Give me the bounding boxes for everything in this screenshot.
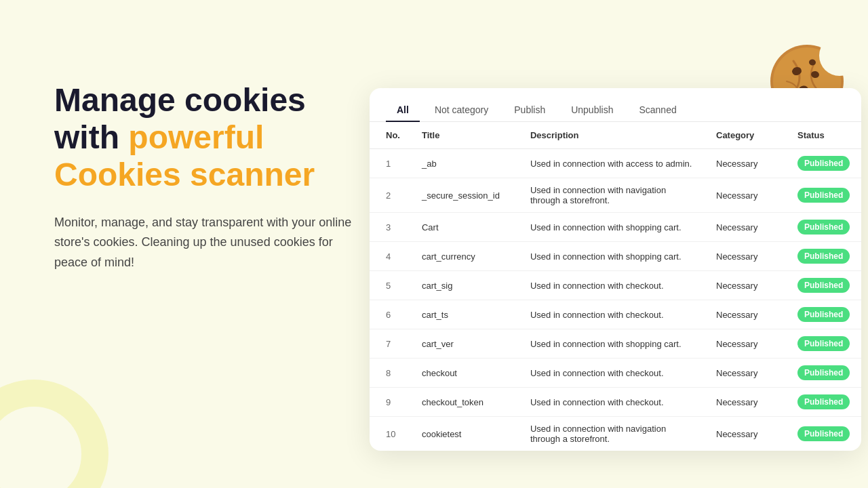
status-badge: Published: [797, 249, 850, 264]
cell-description: Used in connection with checkout.: [519, 271, 705, 300]
left-panel: Manage cookies with powerful Cookies sca…: [54, 81, 366, 273]
cell-status: Published: [787, 149, 861, 178]
cell-status: Published: [787, 242, 861, 271]
col-header-description: Description: [519, 122, 705, 149]
cell-category: Necessary: [705, 329, 787, 359]
cell-title: checkout: [411, 359, 519, 388]
cookies-table: No. Title Description Category Status 1 …: [370, 122, 861, 451]
table-row: 6 cart_ts Used in connection with checko…: [370, 300, 861, 329]
cell-category: Necessary: [705, 242, 787, 271]
cell-no: 10: [370, 417, 411, 451]
cell-category: Necessary: [705, 271, 787, 300]
cell-no: 9: [370, 388, 411, 417]
cell-description: Used in connection with checkout.: [519, 300, 705, 329]
cell-category: Necessary: [705, 300, 787, 329]
cell-category: Necessary: [705, 417, 787, 451]
cell-title: cart_sig: [411, 271, 519, 300]
tab-not-category[interactable]: Not category: [424, 99, 499, 122]
cell-title: cart_ver: [411, 329, 519, 359]
cell-no: 5: [370, 271, 411, 300]
cell-status: Published: [787, 388, 861, 417]
cell-title: cart_currency: [411, 242, 519, 271]
table-panel: All Not category Publish Unpublish Scann…: [370, 88, 861, 451]
cell-status: Published: [787, 213, 861, 242]
headline-highlight: powerful: [128, 119, 264, 155]
headline-line1: Manage cookies: [54, 82, 306, 118]
cell-no: 1: [370, 149, 411, 178]
cell-title: cookietest: [411, 417, 519, 451]
cell-no: 8: [370, 359, 411, 388]
table-row: 4 cart_currency Used in connection with …: [370, 242, 861, 271]
cell-status: Published: [787, 271, 861, 300]
table-row: 5 cart_sig Used in connection with check…: [370, 271, 861, 300]
cell-status: Published: [787, 329, 861, 359]
subtext: Monitor, manage, and stay transparent wi…: [54, 213, 366, 273]
cell-no: 6: [370, 300, 411, 329]
col-header-category: Category: [705, 122, 787, 149]
cell-status: Published: [787, 359, 861, 388]
cell-title: checkout_token: [411, 388, 519, 417]
cell-description: Used in connection with checkout.: [519, 388, 705, 417]
col-header-title: Title: [411, 122, 519, 149]
tab-unpublish[interactable]: Unpublish: [560, 99, 624, 122]
status-badge: Published: [797, 336, 850, 351]
cell-description: Used in connection with navigation throu…: [519, 417, 705, 451]
cell-description: Used in connection with access to admin.: [519, 149, 705, 178]
cell-no: 2: [370, 178, 411, 213]
cell-status: Published: [787, 417, 861, 451]
table-row: 3 Cart Used in connection with shopping …: [370, 213, 861, 242]
status-badge: Published: [797, 394, 850, 409]
main-headline: Manage cookies with powerful Cookies sca…: [54, 81, 366, 194]
table-row: 7 cart_ver Used in connection with shopp…: [370, 329, 861, 359]
tab-publish[interactable]: Publish: [503, 99, 556, 122]
cell-no: 3: [370, 213, 411, 242]
table-header-row: No. Title Description Category Status: [370, 122, 861, 149]
cell-category: Necessary: [705, 149, 787, 178]
cell-title: _ab: [411, 149, 519, 178]
cell-status: Published: [787, 300, 861, 329]
col-header-no: No.: [370, 122, 411, 149]
status-badge: Published: [797, 156, 850, 171]
status-badge: Published: [797, 220, 850, 235]
table-row: 9 checkout_token Used in connection with…: [370, 388, 861, 417]
cell-category: Necessary: [705, 178, 787, 213]
tab-scanned[interactable]: Scanned: [628, 99, 687, 122]
status-badge: Published: [797, 188, 850, 203]
table-row: 8 checkout Used in connection with check…: [370, 359, 861, 388]
cell-title: Cart: [411, 213, 519, 242]
headline-line3: Cookies scanner: [54, 157, 315, 192]
cell-no: 4: [370, 242, 411, 271]
table-row: 2 _secure_session_id Used in connection …: [370, 178, 861, 213]
cell-description: Used in connection with shopping cart.: [519, 329, 705, 359]
col-header-status: Status: [787, 122, 861, 149]
cell-description: Used in connection with checkout.: [519, 359, 705, 388]
status-badge: Published: [797, 278, 850, 293]
cell-description: Used in connection with shopping cart.: [519, 213, 705, 242]
decorative-arc: [0, 380, 108, 488]
status-badge: Published: [797, 426, 850, 441]
tab-all[interactable]: All: [386, 99, 420, 122]
cell-status: Published: [787, 178, 861, 213]
cell-description: Used in connection with shopping cart.: [519, 242, 705, 271]
cell-description: Used in connection with navigation throu…: [519, 178, 705, 213]
cell-title: _secure_session_id: [411, 178, 519, 213]
cell-no: 7: [370, 329, 411, 359]
status-badge: Published: [797, 365, 850, 380]
headline-part2: with: [54, 119, 128, 155]
status-badge: Published: [797, 307, 850, 322]
cell-category: Necessary: [705, 388, 787, 417]
cell-title: cart_ts: [411, 300, 519, 329]
table-row: 1 _ab Used in connection with access to …: [370, 149, 861, 178]
tab-bar: All Not category Publish Unpublish Scann…: [370, 88, 861, 122]
table-row: 10 cookietest Used in connection with na…: [370, 417, 861, 451]
cell-category: Necessary: [705, 359, 787, 388]
cell-category: Necessary: [705, 213, 787, 242]
